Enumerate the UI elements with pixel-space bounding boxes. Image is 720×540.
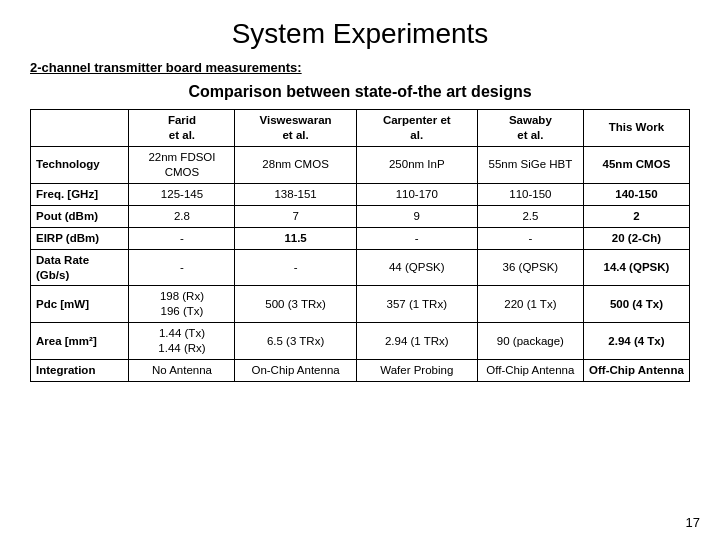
cell-thiswork: 140-150 — [583, 183, 689, 205]
subtitle: 2-channel transmitter board measurements… — [30, 60, 690, 75]
page-container: System Experiments 2-channel transmitter… — [0, 0, 720, 540]
cell-farid: No Antenna — [129, 360, 235, 382]
cell-sawaby: 36 (QPSK) — [477, 249, 583, 286]
cell-thiswork: 20 (2-Ch) — [583, 227, 689, 249]
col-header-label — [31, 110, 129, 147]
cell-visweswaran: - — [235, 249, 356, 286]
cell-thiswork: 14.4 (QPSK) — [583, 249, 689, 286]
row-label: Pdc [mW] — [31, 286, 129, 323]
col-header-visweswaran: Visweswaranet al. — [235, 110, 356, 147]
row-label: Freq. [GHz] — [31, 183, 129, 205]
row-label: Technology — [31, 146, 129, 183]
cell-carpenter: 2.94 (1 TRx) — [356, 323, 477, 360]
col-header-carpenter: Carpenter etal. — [356, 110, 477, 147]
col-header-sawaby: Sawabyet al. — [477, 110, 583, 147]
row-label: Pout (dBm) — [31, 205, 129, 227]
comparison-table: Faridet al. Visweswaranet al. Carpenter … — [30, 109, 690, 382]
table-row: Pdc [mW]198 (Rx)196 (Tx)500 (3 TRx)357 (… — [31, 286, 690, 323]
cell-farid: 2.8 — [129, 205, 235, 227]
page-number: 17 — [686, 515, 700, 530]
cell-visweswaran: 28nm CMOS — [235, 146, 356, 183]
cell-sawaby: 110-150 — [477, 183, 583, 205]
cell-visweswaran: 7 — [235, 205, 356, 227]
cell-farid: - — [129, 227, 235, 249]
row-label: Integration — [31, 360, 129, 382]
cell-thiswork: Off-Chip Antenna — [583, 360, 689, 382]
cell-sawaby: 220 (1 Tx) — [477, 286, 583, 323]
cell-carpenter: Wafer Probing — [356, 360, 477, 382]
cell-thiswork: 2.94 (4 Tx) — [583, 323, 689, 360]
cell-farid: 22nm FDSOI CMOS — [129, 146, 235, 183]
cell-farid: 198 (Rx)196 (Tx) — [129, 286, 235, 323]
table-row: Area [mm²]1.44 (Tx)1.44 (Rx)6.5 (3 TRx)2… — [31, 323, 690, 360]
col-header-farid: Faridet al. — [129, 110, 235, 147]
cell-sawaby: - — [477, 227, 583, 249]
cell-visweswaran: On-Chip Antenna — [235, 360, 356, 382]
row-label: Data Rate (Gb/s) — [31, 249, 129, 286]
cell-sawaby: 55nm SiGe HBT — [477, 146, 583, 183]
row-label: EIRP (dBm) — [31, 227, 129, 249]
cell-visweswaran: 6.5 (3 TRx) — [235, 323, 356, 360]
table-row: EIRP (dBm)-11.5--20 (2-Ch) — [31, 227, 690, 249]
table-row: Pout (dBm)2.8792.52 — [31, 205, 690, 227]
cell-carpenter: 44 (QPSK) — [356, 249, 477, 286]
comparison-title: Comparison between state-of-the art desi… — [30, 83, 690, 101]
cell-thiswork: 2 — [583, 205, 689, 227]
row-label: Area [mm²] — [31, 323, 129, 360]
table-row: IntegrationNo AntennaOn-Chip AntennaWafe… — [31, 360, 690, 382]
table-row: Freq. [GHz]125-145138-151110-170110-1501… — [31, 183, 690, 205]
cell-thiswork: 45nm CMOS — [583, 146, 689, 183]
cell-farid: 1.44 (Tx)1.44 (Rx) — [129, 323, 235, 360]
cell-visweswaran: 500 (3 TRx) — [235, 286, 356, 323]
cell-farid: - — [129, 249, 235, 286]
cell-thiswork: 500 (4 Tx) — [583, 286, 689, 323]
cell-visweswaran: 138-151 — [235, 183, 356, 205]
col-header-thiswork: This Work — [583, 110, 689, 147]
cell-carpenter: - — [356, 227, 477, 249]
cell-carpenter: 110-170 — [356, 183, 477, 205]
cell-carpenter: 250nm InP — [356, 146, 477, 183]
cell-sawaby: Off-Chip Antenna — [477, 360, 583, 382]
table-row: Data Rate (Gb/s)--44 (QPSK)36 (QPSK)14.4… — [31, 249, 690, 286]
cell-visweswaran: 11.5 — [235, 227, 356, 249]
cell-farid: 125-145 — [129, 183, 235, 205]
cell-sawaby: 2.5 — [477, 205, 583, 227]
cell-carpenter: 9 — [356, 205, 477, 227]
page-title: System Experiments — [30, 18, 690, 50]
cell-carpenter: 357 (1 TRx) — [356, 286, 477, 323]
cell-sawaby: 90 (package) — [477, 323, 583, 360]
table-row: Technology22nm FDSOI CMOS28nm CMOS250nm … — [31, 146, 690, 183]
